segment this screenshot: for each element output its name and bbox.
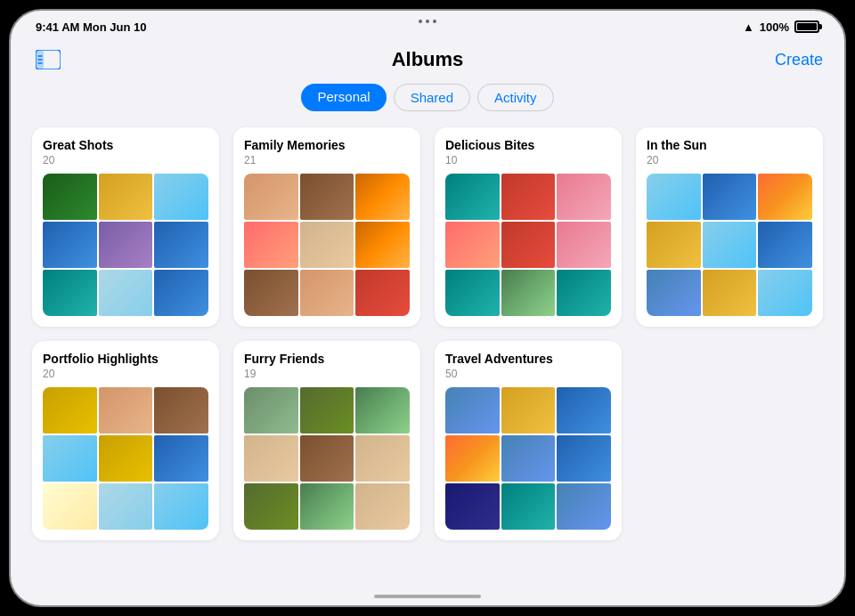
album-title-family-memories: Family Memories xyxy=(244,138,410,152)
photo-cell-6 xyxy=(445,483,500,530)
photo-cell-8 xyxy=(154,270,208,316)
photo-cell-1 xyxy=(501,174,556,220)
photo-cell-0 xyxy=(445,174,500,220)
album-photos-delicious-bites xyxy=(445,174,611,316)
photo-cell-2 xyxy=(758,174,812,220)
album-photos-portfolio-highlights xyxy=(43,387,208,530)
photo-cell-8 xyxy=(154,483,208,530)
photo-cell-2 xyxy=(154,387,208,434)
status-time: 9:41 AM Mon Jun 10 xyxy=(36,20,146,34)
album-card-in-the-sun[interactable]: In the Sun20 xyxy=(636,127,823,327)
album-card-great-shots[interactable]: Great Shots20 xyxy=(32,127,219,327)
photo-cell-3 xyxy=(647,222,701,268)
album-photos-travel-adventures xyxy=(445,387,611,530)
photo-cell-2 xyxy=(355,174,410,220)
album-photos-furry-friends xyxy=(244,387,410,530)
photo-cell-6 xyxy=(244,270,298,316)
photo-cell-8 xyxy=(355,483,410,530)
album-card-travel-adventures[interactable]: Travel Adventures50 xyxy=(435,341,622,540)
home-indicator xyxy=(374,595,481,598)
album-card-furry-friends[interactable]: Furry Friends19 xyxy=(233,341,420,540)
photo-cell-2 xyxy=(154,174,208,220)
photo-cell-5 xyxy=(154,222,208,268)
photo-cell-6 xyxy=(43,270,97,316)
photo-cell-8 xyxy=(355,270,410,316)
photo-cell-0 xyxy=(244,174,298,220)
photo-cell-3 xyxy=(244,222,298,268)
album-title-portfolio-highlights: Portfolio Highlights xyxy=(43,352,208,366)
photo-cell-8 xyxy=(557,270,611,316)
photo-cell-6 xyxy=(647,270,701,316)
photo-cell-7 xyxy=(501,270,556,316)
wifi-icon: ▲ xyxy=(743,20,754,34)
sidebar-toggle-button[interactable] xyxy=(32,46,64,73)
photo-cell-5 xyxy=(154,435,208,482)
photo-cell-5 xyxy=(557,222,611,268)
tab-shared[interactable]: Shared xyxy=(394,84,470,111)
dot1 xyxy=(419,20,422,23)
photo-cell-1 xyxy=(99,387,153,434)
page-title: Albums xyxy=(392,48,464,71)
album-photos-family-memories xyxy=(244,174,410,316)
album-title-travel-adventures: Travel Adventures xyxy=(445,352,611,366)
photo-cell-3 xyxy=(445,222,500,268)
tabs-container: Personal Shared Activity xyxy=(32,84,823,111)
album-count-delicious-bites: 10 xyxy=(445,154,611,166)
photo-cell-4 xyxy=(99,222,153,268)
photo-cell-7 xyxy=(300,483,354,530)
photo-cell-0 xyxy=(647,174,701,220)
album-card-delicious-bites[interactable]: Delicious Bites10 xyxy=(435,127,622,327)
album-count-furry-friends: 19 xyxy=(244,368,410,380)
device-frame: 9:41 AM Mon Jun 10 ▲ 100% xyxy=(9,9,846,607)
dot3 xyxy=(433,20,436,23)
photo-cell-0 xyxy=(445,387,500,434)
album-count-travel-adventures: 50 xyxy=(445,368,611,380)
album-title-furry-friends: Furry Friends xyxy=(244,352,410,366)
photo-cell-3 xyxy=(43,222,97,268)
dot2 xyxy=(426,20,429,23)
photo-cell-2 xyxy=(557,387,611,434)
photo-cell-1 xyxy=(300,174,354,220)
status-bar: 9:41 AM Mon Jun 10 ▲ 100% xyxy=(11,11,844,43)
photo-cell-4 xyxy=(300,435,354,482)
photo-cell-4 xyxy=(501,435,556,482)
album-card-portfolio-highlights[interactable]: Portfolio Highlights20 xyxy=(32,341,219,540)
photo-cell-2 xyxy=(355,387,410,434)
photo-cell-4 xyxy=(501,222,556,268)
album-photos-great-shots xyxy=(43,174,208,316)
battery-icon xyxy=(794,20,819,33)
photo-cell-5 xyxy=(758,222,812,268)
tab-personal[interactable]: Personal xyxy=(301,84,386,111)
photo-cell-5 xyxy=(355,222,410,268)
photo-cell-0 xyxy=(43,387,97,434)
album-title-delicious-bites: Delicious Bites xyxy=(445,138,611,152)
photo-cell-4 xyxy=(99,435,153,482)
photo-cell-3 xyxy=(244,435,298,482)
photo-cell-0 xyxy=(244,387,298,434)
main-content: Albums Create Personal Shared Activity G… xyxy=(11,43,844,540)
photo-cell-7 xyxy=(99,483,153,530)
photo-cell-6 xyxy=(244,483,298,530)
photo-cell-1 xyxy=(703,174,757,220)
photo-cell-7 xyxy=(300,270,354,316)
photo-cell-1 xyxy=(501,387,556,434)
photo-cell-8 xyxy=(758,270,812,316)
album-title-great-shots: Great Shots xyxy=(43,138,208,152)
album-photos-in-the-sun xyxy=(647,174,812,316)
battery-fill xyxy=(797,23,817,30)
album-count-family-memories: 21 xyxy=(244,154,410,166)
photo-cell-6 xyxy=(445,270,500,316)
create-button[interactable]: Create xyxy=(775,51,823,69)
photo-cell-6 xyxy=(43,483,97,530)
photo-cell-7 xyxy=(99,270,153,316)
album-count-portfolio-highlights: 20 xyxy=(43,368,208,380)
photo-cell-7 xyxy=(501,483,556,530)
photo-cell-5 xyxy=(557,435,611,482)
top-dots xyxy=(419,20,436,23)
album-card-family-memories[interactable]: Family Memories21 xyxy=(233,127,420,327)
photo-cell-3 xyxy=(445,435,500,482)
tab-activity[interactable]: Activity xyxy=(477,84,554,111)
photo-cell-5 xyxy=(355,435,410,482)
photo-cell-1 xyxy=(300,387,354,434)
photo-cell-0 xyxy=(43,174,97,220)
